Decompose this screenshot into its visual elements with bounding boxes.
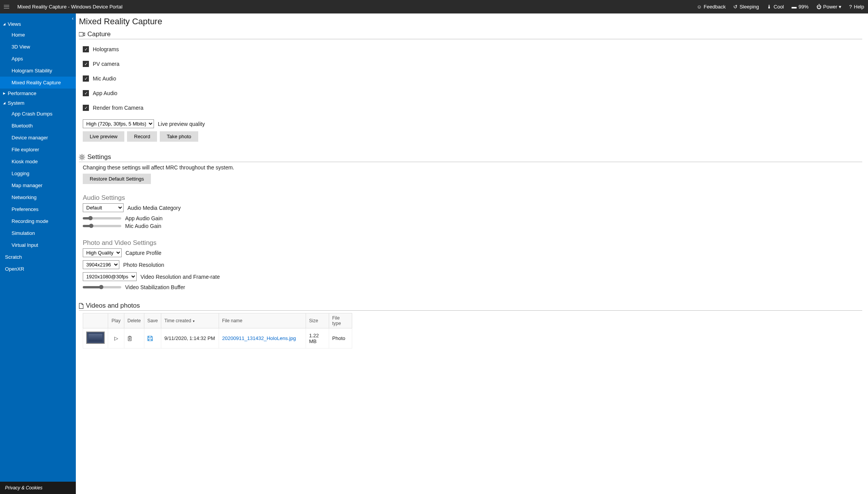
gear-icon [79,154,85,160]
media-table: Play Delete Save Time created File name … [83,313,352,348]
file-icon [79,303,84,309]
svg-line-6 [80,155,80,156]
settings-section-header: Settings [79,153,862,162]
col-play[interactable]: Play [108,313,124,328]
audio-media-category-select[interactable]: Default [83,203,124,212]
sidebar-item-hologram-stability[interactable]: Hologram Stability [0,65,76,77]
video-stabilization-label: Video Stabilization Buffer [125,284,185,290]
sidebar-item-logging[interactable]: Logging [0,167,76,179]
capture-profile-label: Capture Profile [125,250,161,256]
checkbox-label: App Audio [93,90,117,96]
filename-cell[interactable]: 20200911_131432_HoloLens.jpg [219,328,306,348]
checkbox-render-from-camera[interactable]: ✓ [83,105,89,111]
history-icon: ↺ [733,4,738,10]
video-stabilization-slider[interactable] [83,286,121,288]
help-button[interactable]: ?Help [849,4,864,10]
sidebar-item-map-manager[interactable]: Map manager [0,179,76,191]
collapse-sidebar-icon[interactable]: ‹ [72,16,74,21]
col-size[interactable]: Size [306,313,329,328]
sidebar-section-system[interactable]: ◢System [0,98,76,108]
app-audio-gain-label: App Audio Gain [125,215,162,221]
sidebar-item-app-crash-dumps[interactable]: App Crash Dumps [0,108,76,120]
triangle-right-icon: ▶ [3,92,7,95]
smile-icon: ☺ [697,4,702,10]
live-preview-button[interactable]: Live preview [83,131,124,142]
triangle-down-icon: ◢ [3,22,7,26]
size-cell: 1.22 MB [306,328,329,348]
power-menu[interactable]: ⏻Power ▾ [816,4,841,10]
sidebar-item-simulation[interactable]: Simulation [0,227,76,239]
restore-defaults-button[interactable]: Restore Default Settings [83,174,151,184]
sidebar-item-apps[interactable]: Apps [0,53,76,65]
live-preview-quality-label: Live preview quality [158,121,205,127]
checkbox-label: Render from Camera [93,105,144,111]
col-file[interactable]: File name [219,313,306,328]
sidebar-item-device-manager[interactable]: Device manager [0,132,76,144]
privacy-link[interactable]: Privacy & Cookies [0,482,76,494]
photo-video-settings-heading: Photo and Video Settings [83,239,862,247]
svg-point-1 [81,156,83,158]
photo-resolution-label: Photo Resolution [123,262,164,268]
checkbox-pv-camera[interactable]: ✓ [83,61,89,67]
play-button[interactable]: ▷ [108,328,124,348]
checkbox-mic-audio[interactable]: ✓ [83,75,89,82]
sidebar-item-virtual-input[interactable]: Virtual Input [0,239,76,251]
sidebar-item-3d-view[interactable]: 3D View [0,41,76,53]
time-cell: 9/11/2020, 1:14:32 PM [161,328,219,348]
delete-button[interactable] [124,328,144,348]
video-resolution-select[interactable]: 1920x1080@30fps [83,272,137,281]
sidebar-item-openxr[interactable]: OpenXR [0,263,76,275]
main-content: Mixed Reality Capture Capture ✓Holograms… [76,13,868,494]
checkbox-holograms[interactable]: ✓ [83,46,89,52]
mic-audio-gain-label: Mic Audio Gain [125,223,161,229]
sidebar-item-recording-mode[interactable]: Recording mode [0,215,76,227]
camera-icon [79,32,85,37]
record-button[interactable]: Record [127,131,157,142]
feedback-button[interactable]: ☺Feedback [697,4,726,10]
save-icon [147,336,153,341]
col-delete[interactable]: Delete [124,313,144,328]
svg-line-7 [84,159,84,159]
temperature-status[interactable]: 🌡Cool [767,4,784,10]
app-header: Mixed Reality Capture - Windows Device P… [0,0,868,13]
sidebar-item-kiosk-mode[interactable]: Kiosk mode [0,156,76,167]
save-button[interactable] [144,328,161,348]
sidebar-item-preferences[interactable]: Preferences [0,203,76,215]
sidebar-item-home[interactable]: Home [0,29,76,41]
battery-status[interactable]: ▬99% [792,4,809,10]
power-icon: ⏻ [816,4,821,10]
checkbox-app-audio[interactable]: ✓ [83,90,89,96]
mic-audio-gain-slider[interactable] [83,225,121,227]
col-time[interactable]: Time created [161,313,219,328]
window-title: Mixed Reality Capture - Windows Device P… [17,4,697,10]
sidebar-item-mixed-reality-capture[interactable]: Mixed Reality Capture [0,77,76,89]
trash-icon [127,336,132,341]
audio-settings-heading: Audio Settings [83,194,862,202]
sidebar-item-bluetooth[interactable]: Bluetooth [0,120,76,132]
sidebar-section-views[interactable]: ◢Views [0,19,76,29]
hamburger-menu-icon[interactable] [4,3,12,11]
take-photo-button[interactable]: Take photo [160,131,198,142]
thumbnail-icon [86,332,105,344]
table-row: ▷9/11/2020, 1:14:32 PM20200911_131432_Ho… [83,328,352,348]
sidebar-item-scratch[interactable]: Scratch [0,251,76,263]
capture-section-header: Capture [79,30,862,39]
capture-profile-select[interactable]: High Quality [83,248,122,257]
sidebar-item-file-explorer[interactable]: File explorer [0,144,76,156]
sleep-status[interactable]: ↺Sleeping [733,4,759,10]
photo-resolution-select[interactable]: 3904x2196 [83,260,119,269]
sidebar-section-performance[interactable]: ▶Performance [0,89,76,98]
live-preview-quality-select[interactable]: High (720p, 30fps, 5 Mbits) [83,119,154,128]
type-cell: Photo [329,328,352,348]
triangle-down-icon: ◢ [3,101,7,105]
checkbox-label: PV camera [93,61,119,67]
thermometer-icon: 🌡 [767,4,772,10]
checkbox-label: Holograms [93,46,119,52]
sidebar-item-networking[interactable]: Networking [0,191,76,203]
page-title: Mixed Reality Capture [79,17,862,27]
videos-photos-section-header: Videos and photos [79,302,862,311]
battery-icon: ▬ [792,4,797,10]
col-save[interactable]: Save [144,313,161,328]
col-type[interactable]: File type [329,313,352,328]
app-audio-gain-slider[interactable] [83,217,121,219]
